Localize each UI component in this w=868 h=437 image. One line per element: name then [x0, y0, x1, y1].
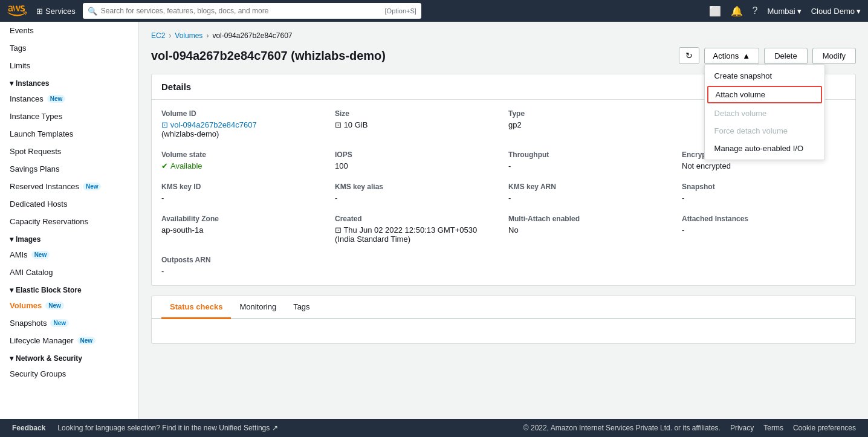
tab-status-checks[interactable]: Status checks — [161, 296, 231, 319]
cookie-link[interactable]: Cookie preferences — [793, 424, 856, 432]
field-volume-id: Volume ID ⊡ vol-094a267b2e84c7607 (whizl… — [161, 109, 325, 138]
size-icon: ⊡ — [335, 120, 344, 129]
delete-button[interactable]: Delete — [764, 48, 808, 64]
footer: Feedback Looking for language selection?… — [0, 419, 868, 437]
tabs-nav: Status checks Monitoring Tags — [152, 296, 855, 319]
sidebar-item-lifecycle-manager[interactable]: Lifecycle Manager New — [0, 332, 138, 349]
tab-content-area — [152, 319, 855, 343]
attach-volume-menu-item[interactable]: Attach volume — [707, 86, 822, 103]
help-icon[interactable]: ? — [753, 5, 758, 16]
manage-auto-io-menu-item[interactable]: Manage auto-enabled I/O — [705, 140, 824, 157]
grid-icon: ⊞ — [36, 7, 43, 16]
footer-language-text: Looking for language selection? Find it … — [57, 424, 511, 432]
tab-tags[interactable]: Tags — [285, 296, 318, 319]
search-bar[interactable]: 🔍 [Option+S] — [83, 3, 421, 19]
search-input[interactable] — [101, 7, 381, 15]
network-chevron-icon: ▾ — [10, 354, 13, 363]
volume-id-link[interactable]: vol-094a267b2e84c7607 — [170, 120, 257, 129]
sidebar-item-instances[interactable]: Instances New — [0, 90, 138, 108]
page-title: vol-094a267b2e84c7607 (whizlabs-demo) — [151, 49, 386, 63]
amis-badge: New — [31, 251, 50, 259]
field-snapshot: Snapshot - — [682, 183, 846, 202]
volumes-badge: New — [45, 302, 64, 309]
sidebar-item-launch-templates[interactable]: Launch Templates — [0, 125, 138, 143]
actions-chevron-icon: ▲ — [742, 51, 750, 60]
network-security-section-header[interactable]: ▾ Network & Security — [0, 349, 138, 365]
tab-monitoring[interactable]: Monitoring — [231, 296, 285, 319]
terms-link[interactable]: Terms — [763, 424, 783, 432]
services-menu[interactable]: ⊞ Services — [36, 7, 76, 16]
header-actions: ↻ Actions ▲ Create snapshot Attach volum… — [679, 47, 856, 64]
chevron-down-icon: ▾ — [10, 79, 13, 88]
breadcrumb-ec2[interactable]: EC2 — [151, 31, 165, 40]
cylinder-icon: ⊡ — [161, 120, 170, 129]
privacy-link[interactable]: Privacy — [730, 424, 754, 432]
field-size: Size ⊡ 10 GiB — [335, 109, 499, 138]
page-header: vol-094a267b2e84c7607 (whizlabs-demo) ↻ … — [151, 47, 856, 64]
instances-badge: New — [47, 95, 66, 103]
sidebar-item-events[interactable]: Events — [0, 22, 138, 39]
footer-right: © 2022, Amazon Internet Services Private… — [523, 424, 856, 432]
search-shortcut: [Option+S] — [385, 7, 416, 15]
instances-section-header[interactable]: ▾ Instances — [0, 74, 138, 90]
field-throughput: Throughput - — [508, 151, 672, 170]
field-created: Created ⊡ Thu Jun 02 2022 12:50:13 GMT+0… — [335, 215, 499, 244]
top-navigation: ⊞ Services 🔍 [Option+S] ⬜ 🔔 ? Mumbai ▾ C… — [0, 0, 868, 22]
region-selector[interactable]: Mumbai ▾ — [767, 7, 801, 16]
aws-logo[interactable] — [7, 5, 27, 17]
cloud-shell-icon[interactable]: ⬜ — [709, 5, 721, 17]
field-iops: IOPS 100 — [335, 151, 499, 170]
sidebar-item-amis[interactable]: AMIs New — [0, 246, 138, 264]
sidebar-item-savings-plans[interactable]: Savings Plans — [0, 160, 138, 178]
lifecycle-badge: New — [77, 337, 96, 345]
unified-settings-link[interactable]: Unified Settings ↗ — [219, 424, 277, 432]
sidebar-item-limits[interactable]: Limits — [0, 57, 138, 74]
field-kms-key-id: KMS key ID - — [161, 183, 325, 202]
images-chevron-icon: ▾ — [10, 235, 13, 244]
field-type: Type gp2 — [508, 109, 672, 138]
actions-button[interactable]: Actions ▲ — [704, 48, 760, 64]
sidebar-item-instance-types[interactable]: Instance Types — [0, 108, 138, 125]
breadcrumb-volumes[interactable]: Volumes — [175, 31, 202, 40]
detach-volume-menu-item: Detach volume — [705, 105, 824, 122]
sidebar-item-ami-catalog[interactable]: AMI Catalog — [0, 264, 138, 281]
sidebar: Events Tags Limits ▾ Instances Instances… — [0, 22, 139, 437]
field-kms-key-arn: KMS key ARN - — [508, 183, 672, 202]
calendar-icon: ⊡ — [335, 225, 343, 235]
sidebar-item-security-groups[interactable]: Security Groups — [0, 365, 138, 383]
field-volume-state: Volume state ✔ Available — [161, 151, 325, 170]
sidebar-item-snapshots[interactable]: Snapshots New — [0, 314, 138, 332]
refresh-button[interactable]: ↻ — [679, 47, 699, 64]
breadcrumb-sep-1: › — [169, 31, 171, 40]
feedback-button[interactable]: Feedback — [12, 424, 45, 432]
sidebar-item-tags[interactable]: Tags — [0, 39, 138, 57]
sidebar-item-volumes[interactable]: Volumes New — [0, 297, 138, 314]
sidebar-item-capacity-reservations[interactable]: Capacity Reservations — [0, 213, 138, 230]
create-snapshot-menu-item[interactable]: Create snapshot — [705, 67, 824, 85]
ebs-chevron-icon: ▾ — [10, 286, 13, 294]
sidebar-item-spot-requests[interactable]: Spot Requests — [0, 143, 138, 160]
account-selector[interactable]: Cloud Demo ▾ — [811, 7, 861, 16]
sidebar-item-reserved-instances[interactable]: Reserved Instances New — [0, 178, 138, 195]
field-kms-key-alias: KMS key alias - — [335, 183, 499, 202]
field-outposts-arn: Outposts ARN - — [161, 256, 325, 276]
actions-menu: Create snapshot Attach volume Detach vol… — [704, 64, 825, 160]
reserved-badge: New — [83, 183, 102, 190]
breadcrumb-sep-2: › — [206, 31, 209, 40]
ebs-section-header[interactable]: ▾ Elastic Block Store — [0, 281, 138, 297]
main-content: EC2 › Volumes › vol-094a267b2e84c7607 vo… — [139, 22, 868, 437]
breadcrumb: EC2 › Volumes › vol-094a267b2e84c7607 — [151, 31, 856, 40]
search-icon: 🔍 — [88, 7, 97, 16]
breadcrumb-current: vol-094a267b2e84c7607 — [212, 31, 292, 40]
sidebar-item-dedicated-hosts[interactable]: Dedicated Hosts — [0, 195, 138, 213]
actions-dropdown-container: Actions ▲ Create snapshot Attach volume … — [704, 48, 760, 64]
field-attached-instances: Attached Instances - — [682, 215, 846, 244]
snapshots-badge: New — [50, 319, 69, 327]
field-multi-attach: Multi-Attach enabled No — [508, 215, 672, 244]
notifications-icon[interactable]: 🔔 — [731, 5, 743, 17]
region-chevron-icon: ▾ — [797, 7, 802, 16]
modify-button[interactable]: Modify — [812, 48, 856, 64]
tabs-container: Status checks Monitoring Tags — [151, 296, 856, 344]
force-detach-volume-menu-item: Force detach volume — [705, 122, 824, 140]
images-section-header[interactable]: ▾ Images — [0, 230, 138, 246]
